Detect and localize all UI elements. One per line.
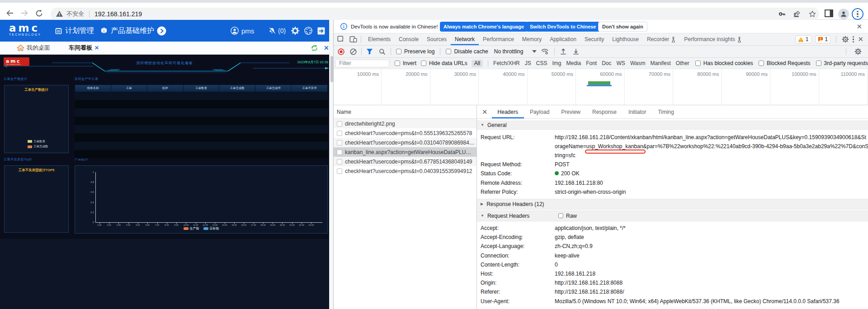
notifications-button[interactable]: (0): [268, 20, 286, 42]
back-button[interactable]: [4, 7, 16, 19]
request-row[interactable]: checkHeart?usercode=pms&t=0.031040789086…: [334, 138, 476, 147]
preserve-log-checkbox[interactable]: Preserve log: [396, 48, 434, 55]
details-tab-initiator[interactable]: Initiator: [623, 105, 652, 118]
tab-close-icon[interactable]: ✕: [94, 45, 99, 51]
switch-devtools-chinese-button[interactable]: Switch DevTools to Chinese: [526, 22, 600, 32]
menu-item-plan[interactable]: 计划管理: [55, 20, 94, 42]
filter-chip-doc[interactable]: Doc: [602, 60, 611, 66]
details-close-icon[interactable]: ✕: [482, 108, 488, 116]
hide-data-urls-checkbox[interactable]: Hide data URLs: [421, 60, 467, 66]
devtools-tab-console[interactable]: Console: [395, 33, 423, 45]
request-row[interactable]: directwhiteright2.png: [334, 119, 476, 128]
general-section-header[interactable]: ▼ General: [477, 121, 868, 130]
filter-chip-js[interactable]: JS: [525, 60, 531, 66]
record-stop-icon[interactable]: [338, 48, 344, 55]
filter-chip-img[interactable]: Img: [552, 60, 561, 66]
throttling-select[interactable]: No throttling: [494, 48, 537, 55]
devtools-tab-security[interactable]: Security: [580, 33, 608, 45]
network-overview-timeline[interactable]: 10000 ms20000 ms30000 ms40000 ms50000 ms…: [334, 69, 868, 105]
raw-headers-checkbox[interactable]: Raw: [558, 213, 577, 219]
forward-button[interactable]: [19, 7, 30, 19]
always-match-language-button[interactable]: Always match Chrome's language: [440, 22, 528, 32]
devtools-tab-recorder[interactable]: Recorder: [643, 33, 680, 45]
menu-item-product[interactable]: 产品基础维护: [100, 20, 154, 42]
import-har-icon[interactable]: [560, 48, 566, 55]
network-conditions-icon[interactable]: [541, 48, 549, 55]
page-scrollbar-thumb[interactable]: [330, 56, 333, 82]
request-row[interactable]: kanban_line.aspx?action=getWareHouseData…: [334, 147, 476, 157]
request-row[interactable]: checkHeart?usercode=pms&t=0.040391553599…: [334, 166, 476, 176]
profile-avatar[interactable]: [838, 9, 849, 19]
blocked-requests-checkbox[interactable]: Blocked Requests: [759, 60, 811, 66]
user-menu[interactable]: pms: [231, 20, 254, 42]
third-party-requests-checkbox[interactable]: 3rd-party requests: [816, 60, 868, 66]
filter-chip-ws[interactable]: WS: [617, 60, 625, 66]
device-toolbar-icon[interactable]: [349, 36, 357, 43]
network-search-icon[interactable]: [379, 48, 386, 55]
request-row[interactable]: checkHeart?usercode=pms&t=0.555139632526…: [334, 128, 476, 138]
bookmark-star-icon[interactable]: [808, 10, 816, 18]
inspect-icon[interactable]: [337, 36, 345, 43]
devtools-tab-performance[interactable]: Performance: [479, 33, 518, 45]
close-all-tabs-button[interactable]: ✕: [324, 42, 329, 54]
invert-checkbox[interactable]: Invert: [395, 60, 416, 66]
browser-menu-icon[interactable]: [852, 8, 863, 20]
dont-show-again-button[interactable]: Don't show again: [598, 22, 647, 32]
devtools-settings-icon[interactable]: [842, 36, 849, 43]
address-bar[interactable]: 不安全 192.168.161.219: [51, 8, 819, 20]
side-panel-icon[interactable]: [823, 7, 835, 19]
filter-input[interactable]: Filter: [335, 60, 389, 67]
banner-close-icon[interactable]: ✕: [856, 23, 862, 31]
filter-funnel-icon[interactable]: [366, 48, 373, 55]
devtools-tab-performance-insights[interactable]: Performance insights: [680, 33, 746, 45]
warnings-badge[interactable]: 1: [795, 35, 811, 43]
issues-badge[interactable]: 1: [815, 35, 831, 43]
filter-chip-all[interactable]: All: [472, 60, 483, 67]
details-tab-response[interactable]: Response: [586, 105, 623, 118]
filter-chip-other[interactable]: Other: [676, 60, 689, 66]
language-globe-button[interactable]: [304, 20, 312, 42]
url-text[interactable]: 192.168.161.219: [94, 10, 142, 18]
network-settings-gear-icon[interactable]: [854, 48, 862, 55]
not-secure-warning-icon[interactable]: [56, 11, 63, 17]
menu-expand-button[interactable]: [157, 20, 166, 42]
request-row[interactable]: checkHeart?usercode=pms&t=0.677851436804…: [334, 157, 476, 166]
devtools-more-icon[interactable]: [853, 36, 854, 43]
disable-cache-checkbox[interactable]: Disable cache: [446, 48, 488, 55]
tab-workshop-kanban[interactable]: 车间看板 ✕: [69, 42, 99, 54]
filter-chip-wasm[interactable]: Wasm: [630, 60, 646, 66]
requests-name-column-header[interactable]: Name: [334, 105, 476, 119]
share-icon[interactable]: [793, 10, 801, 18]
details-tab-preview[interactable]: Preview: [555, 105, 586, 118]
request-headers-section-header[interactable]: ▼ Request Headers Raw: [477, 211, 868, 221]
settings-button[interactable]: [291, 20, 299, 42]
devtools-tab-network[interactable]: Network: [451, 33, 479, 45]
clear-network-log-icon[interactable]: [350, 48, 357, 55]
devtools-tab-memory[interactable]: Memory: [518, 33, 546, 45]
has-blocked-cookies-checkbox[interactable]: Has blocked cookies: [695, 60, 753, 66]
logout-button[interactable]: [317, 20, 325, 42]
security-label[interactable]: 不安全: [66, 10, 84, 18]
filter-chip-fetchxhr[interactable]: Fetch/XHR: [493, 60, 520, 66]
details-tab-headers[interactable]: Headers: [492, 105, 524, 118]
export-har-icon[interactable]: [573, 48, 579, 55]
filter-chip-manifest[interactable]: Manifest: [650, 60, 670, 66]
key-icon[interactable]: [778, 10, 786, 18]
devtools-tab-sources[interactable]: Sources: [423, 33, 451, 45]
devtools-close-icon[interactable]: ✕: [858, 35, 863, 43]
filter-chip-media[interactable]: Media: [566, 60, 581, 66]
reload-button[interactable]: [33, 7, 45, 19]
filter-chip-font[interactable]: Font: [586, 60, 597, 66]
table-header-cell: 工单完成数: [219, 85, 255, 92]
devtools-tab-lighthouse[interactable]: Lighthouse: [608, 33, 643, 45]
page-scrollbar[interactable]: [329, 20, 333, 309]
refresh-tab-button[interactable]: [310, 42, 319, 54]
devtools-tab-elements[interactable]: Elements: [364, 33, 395, 45]
filter-chip-css[interactable]: CSS: [536, 60, 547, 66]
output-legend-label: 生产数: [190, 226, 199, 231]
devtools-tab-application[interactable]: Application: [546, 33, 580, 45]
details-tab-payload[interactable]: Payload: [524, 105, 555, 118]
tab-my-desktop[interactable]: 我的桌面: [17, 42, 50, 54]
response-headers-section-header[interactable]: ▶ Response Headers (12): [477, 199, 868, 210]
details-tab-timing[interactable]: Timing: [652, 105, 680, 118]
